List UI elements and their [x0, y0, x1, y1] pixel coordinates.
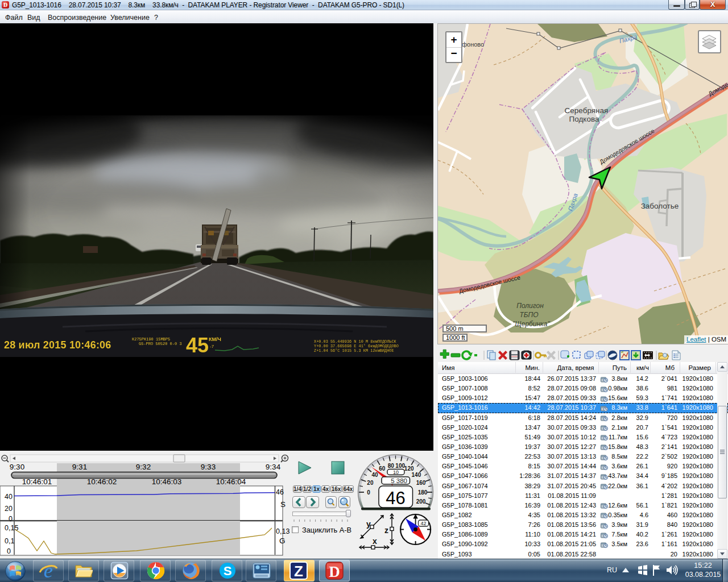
svg-text:ТБПО: ТБПО — [519, 311, 538, 319]
svg-text:10:46:02: 10:46:02 — [87, 477, 117, 486]
svg-text:140: 140 — [412, 472, 421, 478]
svg-text:z: z — [384, 526, 388, 535]
svg-text:42: 42 — [420, 521, 426, 526]
svg-text:Y+0.00 37.665698 E 41° 6кмДО: Y+0.00 37.665698 E 41° 6кмДОМОДЕДОВО — [314, 344, 399, 348]
svg-text:К275РК190 15МВР5: К275РК190 15МВР5 — [132, 337, 170, 342]
svg-text:"Щербинка": "Щербинка" — [512, 320, 550, 328]
svg-text:40: 40 — [5, 493, 13, 501]
svg-text:10:46:01: 10:46:01 — [22, 477, 52, 486]
svg-text:46: 46 — [276, 488, 284, 496]
svg-text:0: 0 — [367, 489, 370, 496]
svg-text:9:32: 9:32 — [136, 463, 151, 471]
svg-text:Полигон: Полигон — [516, 302, 544, 310]
svg-text:X+0.03 55.449936 N 10 М 8кмПО: X+0.03 55.449936 N 10 М 8кмПОДОЛЬСК — [314, 339, 396, 344]
svg-text:200: 200 — [416, 498, 426, 505]
svg-text:КМ/Ч: КМ/Ч — [209, 336, 221, 342]
svg-text:10:46:03: 10:46:03 — [152, 477, 182, 486]
svg-text:0,13: 0,13 — [276, 527, 289, 535]
svg-text:20: 20 — [5, 505, 13, 513]
svg-text:0,15: 0,15 — [5, 524, 18, 532]
svg-text:160: 160 — [416, 480, 426, 486]
svg-text:120: 120 — [404, 465, 414, 472]
svg-text:60: 60 — [379, 465, 386, 472]
svg-text:Серебряная: Серебряная — [565, 106, 609, 115]
svg-text:80: 80 — [388, 463, 395, 469]
svg-text:y: y — [366, 519, 371, 529]
svg-text:S: S — [224, 564, 232, 578]
svg-text:0: 0 — [9, 515, 13, 523]
svg-text:40: 40 — [372, 472, 379, 478]
svg-text:-7: -7 — [210, 344, 214, 349]
svg-text:28 июл 2015 10:46:06: 28 июл 2015 10:46:06 — [4, 339, 111, 351]
svg-text:20: 20 — [367, 480, 374, 486]
svg-text:9:30: 9:30 — [10, 463, 24, 471]
svg-text:Z: Z — [294, 563, 303, 580]
svg-text:S: S — [280, 500, 286, 509]
svg-text:9:33: 9:33 — [201, 463, 216, 471]
svg-text:0: 0 — [7, 547, 11, 555]
svg-text:9:34: 9:34 — [266, 463, 281, 471]
svg-text:Заболотье: Заболотье — [641, 202, 679, 210]
svg-text:G: G — [279, 537, 286, 545]
svg-text:9:31: 9:31 — [72, 463, 87, 471]
svg-text:46: 46 — [386, 488, 405, 508]
svg-text:180: 180 — [418, 489, 428, 496]
svg-text:Z+1.04 56°C 1015 5.3 КМ 12кмВИ: Z+1.04 56°C 1015 5.3 КМ 12кмВИДНОЕ — [314, 348, 394, 353]
svg-text:G5-PRO 50520 0-0 3: G5-PRO 50520 0-0 3 — [139, 342, 182, 346]
svg-text:10: 10 — [393, 469, 399, 475]
svg-text:e: e — [44, 560, 53, 581]
svg-text:0,1: 0,1 — [5, 537, 14, 545]
svg-text:x: x — [373, 537, 377, 546]
svg-text:5 380: 5 380 — [391, 477, 407, 484]
svg-text:45: 45 — [186, 334, 209, 357]
svg-text:10:46:04: 10:46:04 — [216, 477, 246, 486]
svg-text:фоново: фоново — [462, 41, 484, 48]
svg-text:Подкова: Подкова — [569, 115, 599, 123]
